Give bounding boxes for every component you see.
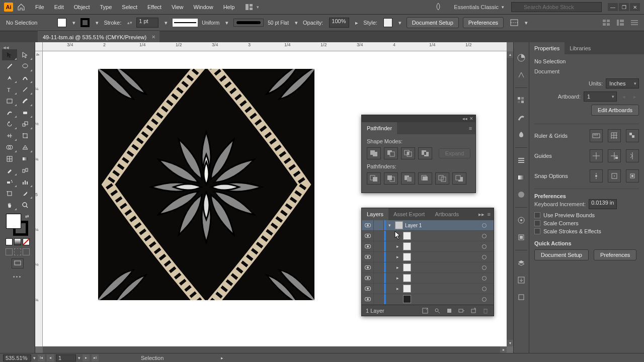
direct-selection-tool[interactable]	[18, 49, 33, 60]
close-panel-icon[interactable]: ✕	[469, 116, 473, 121]
menu-file[interactable]: File	[31, 2, 48, 12]
scale-tool[interactable]	[18, 119, 33, 130]
menu-select[interactable]: Select	[118, 2, 141, 12]
lock-toggle[interactable]	[374, 231, 384, 241]
minus-front-button[interactable]	[384, 147, 398, 159]
target-icon[interactable]	[479, 287, 489, 291]
layer-row[interactable]: ▾ Layer 1	[362, 220, 494, 231]
outline-button[interactable]	[435, 172, 449, 185]
perspective-tool[interactable]	[18, 142, 33, 153]
stroke-profile[interactable]	[173, 19, 198, 27]
color-guide-panel-icon[interactable]	[516, 69, 527, 80]
dropdown-icon[interactable]: ▾	[78, 355, 80, 360]
snap-grid-icon[interactable]	[608, 169, 621, 183]
rotate-tool[interactable]	[2, 119, 17, 130]
swatches-panel-icon[interactable]	[516, 95, 527, 106]
maximize-button[interactable]: ❐	[619, 3, 629, 11]
visibility-toggle[interactable]	[362, 220, 374, 230]
visibility-toggle[interactable]	[362, 294, 374, 304]
merge-button[interactable]	[401, 172, 415, 185]
curvature-tool[interactable]	[18, 72, 33, 83]
horizontal-ruler[interactable]: 3/4 2 1/4 1/2 3/4 3 1/4 1/2 3/4 4 1/4 1/…	[43, 42, 507, 51]
guides-lock-icon[interactable]	[608, 149, 621, 162]
blend-tool[interactable]	[18, 165, 33, 176]
brush-definition[interactable]	[233, 19, 264, 27]
paintbrush-tool[interactable]	[18, 96, 33, 107]
layer-sublayer-row[interactable]: ▸	[362, 262, 494, 273]
visibility-toggle[interactable]	[362, 241, 374, 251]
vertical-ruler[interactable]: 4 ¼ ½ ¾ 5 ¼ ½ ¾	[35, 51, 43, 346]
disclosure-icon[interactable]: ▸	[394, 265, 401, 270]
artboards-panel-icon[interactable]	[516, 292, 527, 303]
stock-search-input[interactable]	[511, 2, 602, 12]
dropdown-icon[interactable]: ▾	[71, 20, 76, 25]
lock-toggle[interactable]	[374, 241, 384, 251]
type-tool[interactable]: T	[2, 84, 17, 95]
visibility-toggle[interactable]	[362, 252, 374, 262]
target-icon[interactable]	[479, 223, 489, 228]
snap-pixel-icon[interactable]	[626, 169, 639, 183]
gpu-icon[interactable]	[435, 3, 442, 12]
disclosure-icon[interactable]: ▸	[394, 233, 401, 238]
menu-window[interactable]: Window	[190, 2, 217, 12]
color-panel-icon[interactable]	[516, 52, 527, 63]
new-layer-icon[interactable]	[469, 307, 477, 315]
clipping-mask-icon[interactable]	[445, 307, 453, 315]
menu-help[interactable]: Help	[219, 2, 239, 12]
new-sublayer-icon[interactable]	[457, 307, 465, 315]
visibility-toggle[interactable]	[362, 231, 374, 241]
target-icon[interactable]	[479, 234, 489, 238]
tab-libraries[interactable]: Libraries	[565, 42, 596, 54]
draw-normal-icon[interactable]	[6, 248, 13, 255]
crop-button[interactable]	[418, 172, 432, 185]
menu-edit[interactable]: Edit	[50, 2, 68, 12]
collapse-icon[interactable]: ◂◂	[462, 116, 467, 121]
menu-icon[interactable]	[631, 20, 638, 26]
gradient-mode-icon[interactable]	[14, 238, 21, 245]
next-artboard-icon[interactable]: ▸	[631, 93, 639, 101]
keyboard-increment-field[interactable]: 0.0139 in	[589, 199, 617, 209]
lock-toggle[interactable]	[374, 220, 384, 230]
prev-artboard-icon[interactable]: ◂	[47, 354, 54, 361]
menu-view[interactable]: View	[168, 2, 188, 12]
home-icon[interactable]	[17, 3, 25, 11]
artboard-nav-field[interactable]: 1	[56, 354, 76, 361]
disclosure-icon[interactable]: ▸	[394, 286, 401, 291]
layer-name[interactable]: Layer 1	[405, 223, 479, 228]
appearance-panel-icon[interactable]	[516, 215, 527, 226]
layer-sublayer-row[interactable]: ▸	[362, 284, 494, 294]
guides-show-icon[interactable]	[590, 149, 603, 162]
none-mode-icon[interactable]	[23, 238, 30, 245]
trim-button[interactable]	[384, 172, 398, 185]
edit-artboards-button[interactable]: Edit Artboards	[591, 105, 639, 116]
lock-toggle[interactable]	[374, 294, 384, 304]
dropdown-icon[interactable]: ▾	[294, 20, 299, 25]
target-icon[interactable]	[479, 265, 489, 270]
asset-export-panel-icon[interactable]	[516, 275, 527, 286]
opacity-field[interactable]: 100%	[329, 18, 349, 28]
preferences-button[interactable]: Preferences	[463, 17, 504, 28]
zoom-field[interactable]: 535.51%	[3, 354, 31, 361]
visibility-toggle[interactable]	[362, 262, 374, 273]
line-tool[interactable]	[18, 84, 33, 95]
disclosure-icon[interactable]: ▸	[394, 276, 401, 281]
unite-button[interactable]	[367, 147, 381, 159]
use-preview-bounds-checkbox[interactable]	[534, 212, 540, 218]
disclosure-icon[interactable]: ▾	[386, 223, 393, 228]
transparency-grid-icon[interactable]	[626, 129, 639, 142]
last-artboard-icon[interactable]: ▸I	[92, 354, 99, 361]
lock-toggle[interactable]	[374, 273, 384, 283]
search-layer-icon[interactable]	[433, 307, 441, 315]
color-mode-icon[interactable]	[6, 238, 13, 245]
workspace-switcher[interactable]: Essentials Classic▾	[449, 4, 509, 10]
target-icon[interactable]	[479, 297, 489, 302]
grid-toggle-icon[interactable]	[608, 129, 621, 142]
shaper-tool[interactable]	[2, 107, 17, 118]
units-select[interactable]: Inches	[606, 78, 639, 88]
artboard-select[interactable]: 1	[584, 92, 617, 102]
fill-indicator[interactable]	[6, 214, 21, 229]
target-icon[interactable]	[479, 276, 489, 281]
magic-wand-tool[interactable]	[2, 61, 17, 72]
intersect-button[interactable]	[401, 147, 415, 159]
arrange-documents-icon[interactable]	[246, 4, 254, 10]
